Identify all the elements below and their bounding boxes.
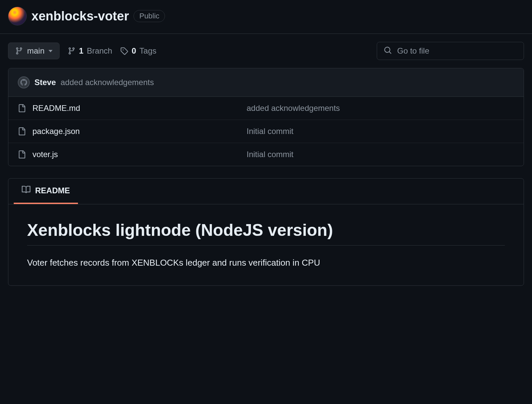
readme-content: Xenblocks lightnode (NodeJS version) Vot… (8, 204, 524, 285)
tags-link[interactable]: 0 Tags (120, 46, 156, 56)
file-commit-message[interactable]: Initial commit (247, 150, 293, 159)
branch-name: main (27, 46, 45, 56)
file-icon (18, 104, 26, 112)
tags-label: Tags (140, 46, 157, 56)
commit-author-avatar[interactable] (18, 76, 30, 88)
tags-count: 0 (131, 46, 136, 56)
file-name[interactable]: package.json (32, 127, 240, 136)
file-row[interactable]: README.mdadded acknowledgements (8, 97, 524, 120)
commit-author-name[interactable]: Steve (34, 78, 56, 87)
readme-tabs: README (8, 179, 524, 204)
branches-count: 1 (79, 46, 83, 56)
repo-name[interactable]: xenblocks-voter (31, 9, 129, 23)
caret-down-icon (49, 50, 53, 52)
readme-description: Voter fetches records from XENBLOCKs led… (27, 256, 505, 269)
commit-message[interactable]: added acknowledgements (61, 78, 154, 87)
file-name[interactable]: voter.js (32, 150, 240, 159)
visibility-badge: Public (134, 10, 165, 22)
readme-container: README Xenblocks lightnode (NodeJS versi… (8, 178, 524, 286)
file-listing: Steve added acknowledgements README.mdad… (8, 68, 524, 166)
file-commit-message[interactable]: Initial commit (247, 127, 293, 136)
branches-link[interactable]: 1 Branch (68, 46, 112, 56)
file-row[interactable]: voter.jsInitial commit (8, 143, 524, 166)
repo-toolbar: main 1 Branch 0 Tags (0, 34, 532, 68)
file-commit-message[interactable]: added acknowledgements (247, 104, 340, 113)
file-row[interactable]: package.jsonInitial commit (8, 120, 524, 143)
readme-tab[interactable]: README (14, 179, 78, 204)
owner-avatar[interactable] (8, 7, 27, 25)
book-icon (22, 185, 30, 196)
tag-icon (120, 47, 128, 55)
branch-select-button[interactable]: main (8, 43, 60, 59)
latest-commit-row[interactable]: Steve added acknowledgements (8, 68, 524, 97)
search-icon (384, 46, 392, 56)
branches-label: Branch (87, 46, 112, 56)
file-icon (18, 150, 26, 158)
file-icon (18, 127, 26, 135)
repo-header: xenblocks-voter Public (0, 0, 532, 34)
file-name[interactable]: README.md (32, 104, 240, 113)
file-search-input[interactable] (397, 46, 517, 56)
go-to-file-search[interactable] (377, 42, 524, 60)
readme-title: Xenblocks lightnode (NodeJS version) (27, 220, 505, 246)
git-branch-icon (68, 47, 76, 55)
git-branch-icon (15, 47, 23, 55)
readme-tab-label: README (35, 186, 70, 195)
